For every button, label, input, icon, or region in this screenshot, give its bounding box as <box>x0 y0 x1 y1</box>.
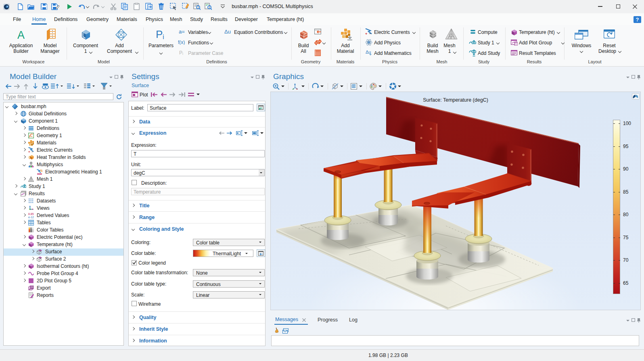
svg-text:+: + <box>28 150 30 153</box>
svg-text:−: − <box>369 31 371 35</box>
svg-text:a=: a= <box>179 29 185 34</box>
svg-text:A: A <box>17 29 25 41</box>
svg-text:i: i <box>163 33 164 40</box>
svg-text:P: P <box>156 29 163 40</box>
svg-text:Pᵢ: Pᵢ <box>179 50 183 55</box>
svg-text:e-12: e-12 <box>28 216 34 218</box>
svg-text:8.85: 8.85 <box>28 213 34 215</box>
svg-text:+: + <box>365 32 367 35</box>
svg-text:Δu: Δu <box>224 29 231 34</box>
svg-text:−: − <box>31 150 33 153</box>
svg-text:f(x): f(x) <box>178 40 185 45</box>
